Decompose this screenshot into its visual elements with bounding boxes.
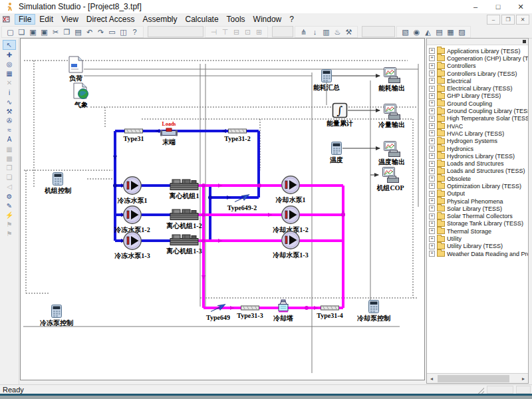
snapshot-tool-button[interactable]: ▦: [3, 69, 15, 78]
expand-icon[interactable]: +: [429, 243, 435, 249]
minimize-button[interactable]: –: [464, 0, 487, 13]
tree-item[interactable]: +Weather Data Reading and Process: [427, 250, 528, 257]
expand-icon[interactable]: +: [429, 251, 435, 257]
close-button[interactable]: ✕: [509, 0, 532, 13]
info-tool-button[interactable]: i: [3, 88, 15, 97]
resize-grip[interactable]: [476, 386, 484, 394]
tree-item[interactable]: +Obsolete: [427, 175, 528, 182]
help-button[interactable]: ?: [130, 27, 140, 37]
print-output-button[interactable]: ▦: [446, 27, 456, 37]
tree-item[interactable]: +Solar Library (TESS): [427, 205, 528, 212]
expand-icon[interactable]: +: [429, 183, 435, 189]
expand-icon[interactable]: +: [429, 123, 435, 129]
expand-icon[interactable]: +: [429, 176, 435, 182]
print-button[interactable]: ▭: [107, 27, 117, 37]
expand-icon[interactable]: +: [429, 138, 435, 144]
text-tool-button[interactable]: A: [3, 135, 15, 144]
tree-item[interactable]: +Ground Coupling: [427, 100, 528, 107]
child-minimize-button[interactable]: –: [487, 15, 500, 25]
expand-icon[interactable]: +: [429, 86, 435, 92]
child-close-button[interactable]: ✕: [516, 15, 529, 25]
save-all-button[interactable]: ▣: [39, 27, 49, 37]
settings-tool-button[interactable]: ⚙: [3, 192, 15, 201]
expand-icon[interactable]: +: [429, 146, 435, 152]
expand-icon[interactable]: +: [429, 63, 435, 69]
window-view-button[interactable]: ▧: [400, 27, 410, 37]
expand-icon[interactable]: +: [429, 93, 435, 99]
tree-item[interactable]: +High Temperature Solar (TESS): [427, 115, 528, 122]
panel-pin-button[interactable]: [523, 40, 526, 43]
expand-icon[interactable]: +: [429, 78, 435, 84]
run-tool-button[interactable]: ⚡: [3, 211, 15, 219]
expand-icon[interactable]: +: [429, 48, 435, 54]
copy-button[interactable]: ❐: [62, 27, 72, 37]
menu-window[interactable]: Window: [249, 14, 286, 25]
expand-icon[interactable]: +: [429, 168, 435, 174]
scroll-right-icon[interactable]: ▸: [519, 374, 528, 383]
tree-item[interactable]: +Hydronics: [427, 145, 528, 152]
maximize-button[interactable]: □: [487, 0, 509, 13]
tree-item[interactable]: +Electrical Library (TESS): [427, 84, 528, 92]
tree-item[interactable]: +Utility Library (TESS): [427, 243, 528, 250]
tree-item[interactable]: +Solar Thermal Collectors: [427, 213, 528, 220]
tree-item[interactable]: +Physical Phenomena: [427, 198, 528, 205]
menu-edit[interactable]: Edit: [35, 14, 57, 25]
expand-icon[interactable]: +: [429, 213, 435, 219]
expand-icon[interactable]: +: [429, 108, 435, 114]
paste-button[interactable]: ▤: [73, 27, 83, 37]
library-hscrollbar[interactable]: ◂ ▸: [427, 373, 528, 383]
project-canvas[interactable]: 负荷气象Type31Loads末端Type31-2能耗汇总能耗输出∫能量累计冷量…: [20, 38, 425, 380]
expand-icon[interactable]: +: [429, 236, 435, 242]
assembly-tools-button[interactable]: ⚒: [344, 27, 354, 37]
menu-view[interactable]: View: [57, 14, 82, 25]
tree-item[interactable]: +Loads and Structures (TESS): [427, 168, 528, 175]
expand-icon[interactable]: +: [429, 205, 435, 211]
tree-item[interactable]: +Ground Coupling Library (TESS): [427, 107, 528, 114]
tree-item[interactable]: +Loads and Structures: [427, 160, 528, 167]
menu-assembly[interactable]: Assembly: [139, 14, 182, 25]
place-component-button[interactable]: ↓: [310, 27, 320, 37]
expand-icon[interactable]: +: [429, 55, 435, 61]
tree-item[interactable]: +Electrical: [427, 77, 528, 84]
tree-item[interactable]: +Hydronics Library (TESS): [427, 152, 528, 160]
tree-item[interactable]: +Controllers Library (TESS): [427, 70, 528, 77]
pen-tool-button[interactable]: ✎: [3, 201, 15, 210]
tree-item[interactable]: +Storage Tank Library (TESS): [427, 220, 528, 227]
table-view-button[interactable]: ▥: [321, 27, 331, 37]
tree-item[interactable]: +Controllers: [427, 63, 528, 70]
open-button[interactable]: ❏: [17, 27, 27, 37]
expand-icon[interactable]: +: [429, 130, 435, 136]
select-tool-button[interactable]: ↖: [3, 40, 16, 50]
expand-icon[interactable]: +: [429, 228, 435, 234]
save-button[interactable]: ▣: [28, 27, 38, 37]
tree-item[interactable]: +Output: [427, 190, 528, 198]
cut-button[interactable]: ✂: [51, 27, 61, 37]
report-view-button[interactable]: ▤: [434, 27, 444, 37]
expand-icon[interactable]: +: [429, 70, 435, 76]
scrollbar-thumb[interactable]: [438, 375, 509, 382]
expand-icon[interactable]: +: [429, 100, 435, 106]
alarm-view-button[interactable]: ◭: [423, 27, 433, 37]
expand-icon[interactable]: +: [429, 153, 435, 159]
print-preview-button[interactable]: ◫: [118, 27, 128, 37]
tree-item[interactable]: +Optimization Library (TESS): [427, 182, 528, 190]
repair-tool-button[interactable]: ⚒: [3, 107, 15, 116]
tree-item[interactable]: +Hydrogen Systems: [427, 138, 528, 145]
tree-item[interactable]: +Utility: [427, 235, 528, 242]
tree-item[interactable]: +HVAC: [427, 122, 528, 130]
undo-button[interactable]: ↶: [84, 27, 94, 37]
menu-calculate[interactable]: Calculate: [182, 14, 223, 25]
new-button[interactable]: ▢: [5, 27, 15, 37]
tree-item[interactable]: +GHP Library (TESS): [427, 92, 528, 100]
link-tool-button[interactable]: ∿: [3, 98, 15, 106]
tree-item[interactable]: +Thermal Storage: [427, 227, 528, 235]
redo-button[interactable]: ↷: [96, 27, 106, 37]
expand-icon[interactable]: +: [429, 191, 435, 197]
expand-icon[interactable]: +: [429, 116, 435, 122]
expand-icon[interactable]: +: [429, 161, 435, 167]
experiment-button[interactable]: ♨: [332, 27, 342, 37]
pan-tool-button[interactable]: ✚: [3, 51, 15, 59]
menu-tools[interactable]: Tools: [223, 14, 249, 25]
menu-help[interactable]: ?: [285, 14, 298, 25]
target-view-button[interactable]: ◉: [412, 27, 422, 37]
